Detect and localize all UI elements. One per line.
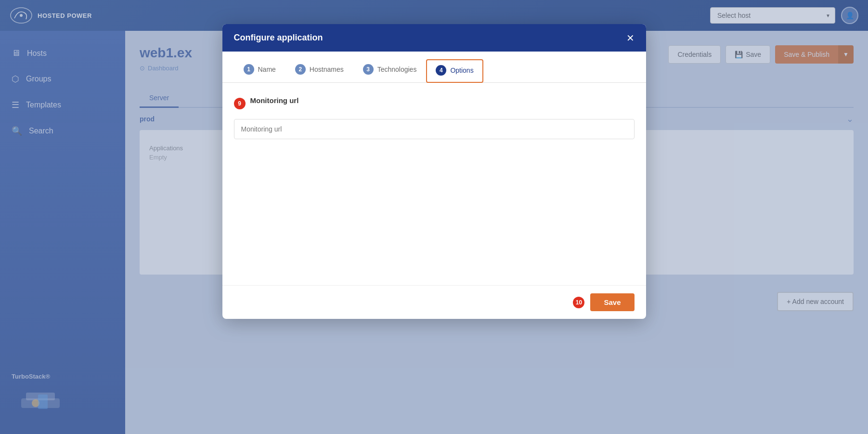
tab-num-1: 1 [244,64,254,75]
modal-overlay: Configure application ✕ 1 Name 2 Hostnam… [0,0,868,434]
tab-label-options: Options [450,66,473,74]
tab-label-hostnames: Hostnames [310,66,344,73]
modal-title: Configure application [234,33,323,43]
modal-save-button[interactable]: Save [590,293,634,311]
tab-num-2: 2 [295,64,306,75]
tab-num-4: 4 [436,65,446,76]
step-badge-10: 10 [573,297,584,308]
modal-body: 9 Monitoring url [222,83,646,285]
modal-tabs: 1 Name 2 Hostnames 3 Technologies 4 Opti… [222,52,646,83]
tab-label-technologies: Technologies [377,66,417,73]
modal-close-button[interactable]: ✕ [626,33,635,43]
tab-label-name: Name [258,66,276,73]
monitoring-url-input[interactable] [234,119,635,139]
step-badge-9: 9 [234,98,246,109]
monitoring-url-label: Monitoring url [250,96,299,105]
modal-header: Configure application ✕ [222,24,646,52]
tab-technologies[interactable]: 3 Technologies [353,59,427,83]
configure-modal: Configure application ✕ 1 Name 2 Hostnam… [222,24,646,319]
tab-name[interactable]: 1 Name [234,59,285,83]
tab-num-3: 3 [363,64,374,75]
modal-footer: 10 Save [222,285,646,319]
tab-options[interactable]: 4 Options [426,59,483,83]
tab-hostnames[interactable]: 2 Hostnames [285,59,353,83]
